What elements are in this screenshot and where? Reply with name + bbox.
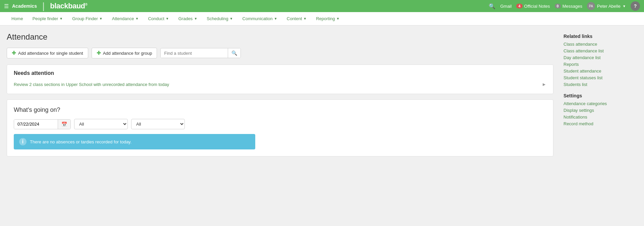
sidebar-link-record-method[interactable]: Record method <box>564 121 637 126</box>
info-icon: i <box>19 138 26 145</box>
user-menu[interactable]: PA Peter Abelle ▼ <box>587 2 626 10</box>
related-links-title: Related links <box>564 34 637 39</box>
chevron-down-icon: ▼ <box>166 17 169 20</box>
help-button[interactable]: ? <box>631 1 640 11</box>
messages-badge: 0 <box>555 4 561 8</box>
official-notes-badge: 4 <box>516 4 522 8</box>
sidebar-link-student-statuses-list[interactable]: Student statuses list <box>564 75 637 80</box>
official-notes-link[interactable]: 4 Official Notes <box>516 4 550 9</box>
filter-select-2[interactable]: All <box>131 119 185 129</box>
chevron-down-icon: ▼ <box>230 17 233 20</box>
attention-link-row: Review 2 class sections in Upper School … <box>14 80 546 88</box>
top-bar-right: 🔍 Gmail 4 Official Notes 0 Messages PA P… <box>489 1 640 11</box>
hamburger-icon[interactable]: ☰ <box>4 3 9 9</box>
chevron-down-icon: ▼ <box>59 17 63 20</box>
add-group-button[interactable]: ✚ Add attendance for group <box>92 48 157 58</box>
messages-label: Messages <box>562 4 582 9</box>
page-title: Attendance <box>7 32 553 42</box>
nav-grades[interactable]: Grades ▼ <box>174 12 202 26</box>
user-avatar: PA <box>587 2 595 10</box>
student-search-input[interactable] <box>161 49 228 58</box>
nav-attendance[interactable]: Attendance ▼ <box>107 12 144 26</box>
action-bar: ✚ Add attendance for single student ✚ Ad… <box>7 48 553 58</box>
gmail-link[interactable]: Gmail <box>500 4 512 9</box>
chevron-down-icon: ▼ <box>274 17 277 20</box>
academics-label: Academics <box>12 3 37 9</box>
sidebar-link-student-attendance[interactable]: Student attendance <box>564 69 637 74</box>
secondary-nav: Home People finder ▼ Group Finder ▼ Atte… <box>0 12 644 26</box>
messages-link[interactable]: 0 Messages <box>555 4 582 9</box>
wgo-filters: 📅 All All <box>14 119 546 129</box>
chevron-right-icon: ► <box>542 82 546 87</box>
nav-scheduling[interactable]: Scheduling ▼ <box>202 12 237 26</box>
sidebar-link-students-list[interactable]: Students list <box>564 82 637 87</box>
nav-conduct[interactable]: Conduct ▼ <box>143 12 173 26</box>
nav-home[interactable]: Home <box>7 12 28 26</box>
sidebar: Related links Class attendance Class att… <box>564 32 637 162</box>
plus-icon: ✚ <box>97 50 101 56</box>
student-search-wrap: 🔍 <box>160 48 241 58</box>
attention-link[interactable]: Review 2 class sections in Upper School … <box>14 82 169 87</box>
sidebar-link-notifications[interactable]: Notifications <box>564 115 637 120</box>
add-single-student-button[interactable]: ✚ Add attendance for single student <box>7 48 88 58</box>
sidebar-link-class-attendance-list[interactable]: Class attendance list <box>564 48 637 53</box>
needs-attention-card: Needs attention Review 2 class sections … <box>7 64 553 94</box>
chevron-down-icon: ▼ <box>336 17 340 20</box>
wgo-title: What's going on? <box>14 106 546 114</box>
add-group-label: Add attendance for group <box>103 51 152 56</box>
info-banner-text: There are no absences or tardies recorde… <box>30 139 131 144</box>
content-area: Attendance ✚ Add attendance for single s… <box>7 32 553 162</box>
student-search-button[interactable]: 🔍 <box>228 48 240 58</box>
global-search-icon[interactable]: 🔍 <box>489 3 495 9</box>
nav-communication[interactable]: Communication ▼ <box>238 12 282 26</box>
sidebar-link-class-attendance[interactable]: Class attendance <box>564 42 637 47</box>
nav-group-finder[interactable]: Group Finder ▼ <box>67 12 107 26</box>
calendar-icon[interactable]: 📅 <box>58 120 70 129</box>
whats-going-on-card: What's going on? 📅 All All i There are n… <box>7 99 553 156</box>
top-bar: ☰ Academics | blackbaud® 🔍 Gmail 4 Offic… <box>0 0 644 12</box>
nav-people-finder[interactable]: People finder ▼ <box>28 12 68 26</box>
sidebar-link-attendance-categories[interactable]: Attendance categories <box>564 101 637 106</box>
chevron-down-icon: ▼ <box>194 17 197 20</box>
official-notes-label: Official Notes <box>524 4 550 9</box>
filter-select-1[interactable]: All <box>74 119 128 129</box>
chevron-down-icon: ▼ <box>136 17 139 20</box>
user-name: Peter Abelle <box>597 4 621 9</box>
sidebar-link-reports[interactable]: Reports <box>564 62 637 67</box>
nav-content[interactable]: Content ▼ <box>282 12 311 26</box>
logo-divider: | <box>42 1 45 11</box>
plus-icon: ✚ <box>12 50 16 56</box>
add-single-label: Add attendance for single student <box>18 51 83 56</box>
user-chevron-icon: ▼ <box>623 4 626 8</box>
chevron-down-icon: ▼ <box>303 17 307 20</box>
settings-title: Settings <box>564 93 637 98</box>
date-input-wrap: 📅 <box>14 119 71 129</box>
blackbaud-logo: blackbaud <box>50 2 85 10</box>
logo-text: blackbaud® <box>50 2 87 10</box>
sidebar-link-display-settings[interactable]: Display settings <box>564 108 637 113</box>
needs-attention-title: Needs attention <box>14 70 546 76</box>
date-input[interactable] <box>14 120 58 129</box>
sidebar-link-day-attendance-list[interactable]: Day attendance list <box>564 55 637 60</box>
chevron-down-icon: ▼ <box>99 17 103 20</box>
top-bar-left: ☰ Academics | blackbaud® <box>4 1 87 11</box>
main-content: Attendance ✚ Add attendance for single s… <box>0 26 644 169</box>
info-banner: i There are no absences or tardies recor… <box>14 134 255 149</box>
nav-reporting[interactable]: Reporting ▼ <box>311 12 344 26</box>
